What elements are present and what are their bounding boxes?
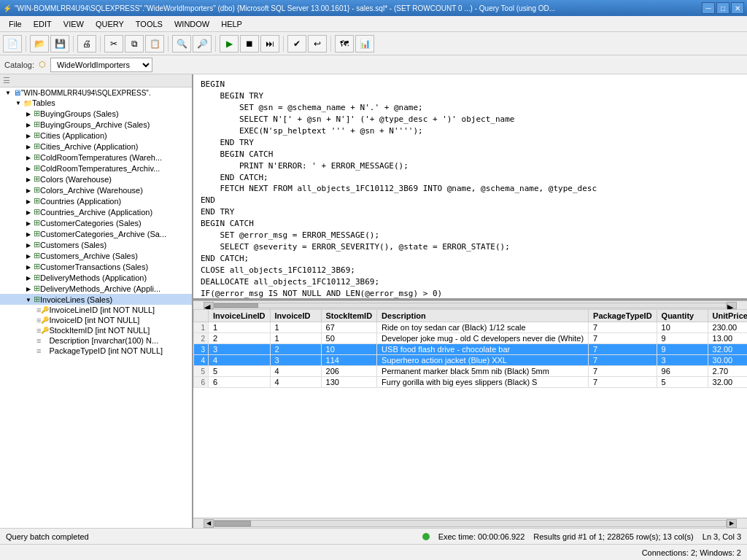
- menu-tools[interactable]: TOOLS: [130, 18, 169, 30]
- tree-item-arrow[interactable]: [23, 274, 34, 281]
- scroll-right-btn[interactable]: ▶: [727, 302, 737, 309]
- list-item[interactable]: ≡ PackageTypeID [int NOT NULL]: [0, 346, 192, 356]
- stop-button[interactable]: ⏹: [240, 35, 259, 52]
- table-cell[interactable]: 206: [321, 366, 377, 377]
- tree-tables-folder[interactable]: 📁 Tables: [0, 98, 192, 108]
- table-row[interactable]: 664130Furry gorilla with big eyes slippe…: [194, 377, 748, 388]
- table-cell[interactable]: 3: [657, 355, 708, 366]
- tree-item-arrow[interactable]: [23, 154, 34, 161]
- table-cell[interactable]: 7: [589, 322, 657, 333]
- table-row[interactable]: 22150Developer joke mug - old C develope…: [194, 333, 748, 344]
- list-item[interactable]: ⊞ Countries_Archive (Application): [0, 206, 192, 217]
- table-cell[interactable]: Furry gorilla with big eyes slippers (Bl…: [377, 377, 589, 388]
- list-item[interactable]: ⊞ CustomerCategories_Archive (Sa...: [0, 228, 192, 239]
- results-hscroll[interactable]: ◀ ▶: [193, 518, 747, 528]
- execute-button[interactable]: ▶: [220, 35, 239, 52]
- save-button[interactable]: 💾: [50, 35, 69, 52]
- col-header-quantity[interactable]: Quantity: [657, 310, 708, 322]
- col-header-description[interactable]: Description: [377, 310, 589, 322]
- tree-invoicelines-item[interactable]: ⊞ InvoiceLines (Sales): [0, 294, 192, 305]
- list-item[interactable]: ⊞ BuyingGroups (Sales): [0, 108, 192, 119]
- table-cell[interactable]: 7: [589, 377, 657, 388]
- table-cell[interactable]: Superhero action jacket (Blue) XXL: [377, 355, 589, 366]
- list-item[interactable]: ⊞ BuyingGroups_Archive (Sales): [0, 119, 192, 130]
- open-button[interactable]: 📂: [30, 35, 49, 52]
- table-cell[interactable]: 5: [657, 377, 708, 388]
- menu-view[interactable]: VIEW: [58, 18, 90, 30]
- list-item[interactable]: ⊞ Colors_Archive (Warehouse): [0, 184, 192, 195]
- find-button[interactable]: 🔍: [172, 35, 191, 52]
- table-cell[interactable]: 7: [589, 333, 657, 344]
- print-button[interactable]: 🖨: [77, 35, 96, 52]
- tree-item-arrow[interactable]: [23, 230, 34, 238]
- tree-item-arrow[interactable]: [23, 143, 34, 150]
- commit-button[interactable]: ✔: [287, 35, 306, 52]
- menu-query[interactable]: QUERY: [90, 18, 130, 30]
- tree-item-arrow[interactable]: [23, 198, 34, 205]
- menu-window[interactable]: WINDOW: [169, 18, 215, 30]
- close-button[interactable]: ✕: [731, 2, 744, 14]
- minimize-button[interactable]: ─: [702, 2, 715, 14]
- tree-item-arrow[interactable]: [23, 241, 34, 249]
- table-cell[interactable]: 2: [270, 344, 321, 355]
- restore-button[interactable]: □: [716, 2, 729, 14]
- table-cell[interactable]: 9: [657, 333, 708, 344]
- tree-item-arrow[interactable]: [23, 121, 34, 128]
- table-cell[interactable]: 50: [321, 333, 377, 344]
- col-header-packagetypeid[interactable]: PackageTypeID: [589, 310, 657, 322]
- table-cell[interactable]: 7: [589, 366, 657, 377]
- table-cell[interactable]: 13.00: [708, 333, 747, 344]
- list-item[interactable]: ⊞ DeliveryMethods (Application): [0, 272, 192, 283]
- table-cell[interactable]: 10: [657, 322, 708, 333]
- editor-hscroll-thumb[interactable]: [214, 303, 258, 308]
- table-cell[interactable]: Ride on toy sedan car (Black) 1/12 scale: [377, 322, 589, 333]
- table-cell[interactable]: 67: [321, 322, 377, 333]
- tree-item-arrow[interactable]: [23, 176, 34, 183]
- list-item[interactable]: ⊞ ColdRoomTemperatures_Archiv...: [0, 163, 192, 174]
- editor-hscroll[interactable]: ◀ ▶: [193, 300, 747, 309]
- find-replace-button[interactable]: 🔎: [193, 35, 212, 52]
- col-header-invoiceid[interactable]: InvoiceID: [270, 310, 321, 322]
- editor-hscroll-track[interactable]: [214, 303, 727, 308]
- analyze-button[interactable]: 📊: [355, 35, 374, 52]
- table-row[interactable]: 33210USB food flash drive - chocolate ba…: [194, 344, 748, 355]
- results-hscroll-thumb[interactable]: [214, 521, 251, 526]
- table-cell[interactable]: 114: [321, 355, 377, 366]
- sql-editor[interactable]: BEGIN BEGIN TRY SET @sn = @schema_name +…: [193, 74, 747, 300]
- list-item[interactable]: ⊞ CustomerTransactions (Sales): [0, 261, 192, 272]
- table-cell[interactable]: 230.00: [708, 322, 747, 333]
- scroll-left-btn2[interactable]: ◀: [204, 519, 214, 528]
- list-item[interactable]: ⊞ Countries (Application): [0, 195, 192, 206]
- tree-item-arrow[interactable]: [23, 110, 34, 117]
- list-item[interactable]: ≡ 🔑 InvoiceLineID [int NOT NULL]: [0, 305, 192, 315]
- table-cell[interactable]: Developer joke mug - old C developers ne…: [377, 333, 589, 344]
- table-cell[interactable]: 3: [209, 344, 271, 355]
- new-button[interactable]: 📄: [3, 35, 22, 52]
- table-cell[interactable]: USB food flash drive - chocolate bar: [377, 344, 589, 355]
- table-cell[interactable]: 3: [270, 355, 321, 366]
- table-cell[interactable]: 6: [209, 377, 271, 388]
- rollback-button[interactable]: ↩: [308, 35, 327, 52]
- list-item[interactable]: ⊞ Colors (Warehouse): [0, 174, 192, 184]
- table-cell[interactable]: 96: [657, 366, 708, 377]
- paste-button[interactable]: 📋: [145, 35, 164, 52]
- table-cell[interactable]: 32.00: [708, 344, 747, 355]
- table-row[interactable]: 11167Ride on toy sedan car (Black) 1/12 …: [194, 322, 748, 333]
- tree-server-arrow[interactable]: [3, 89, 13, 96]
- results-table-container[interactable]: InvoiceLineID InvoiceID StockItemID Desc…: [193, 309, 747, 518]
- tree-container[interactable]: 🖥 "WIN-BOMMLRR4U94\SQLEXPRESS". 📁 Tables…: [0, 88, 192, 528]
- table-cell[interactable]: 5: [209, 366, 271, 377]
- tree-item-arrow[interactable]: [23, 263, 34, 271]
- list-item[interactable]: ⊞ Customers_Archive (Sales): [0, 250, 192, 261]
- scroll-right-btn2[interactable]: ▶: [727, 519, 737, 528]
- list-item[interactable]: ≡ 🔑 InvoiceID [int NOT NULL]: [0, 315, 192, 325]
- tree-item-arrow[interactable]: [23, 219, 34, 227]
- table-row[interactable]: 554206Permanent marker black 5mm nib (Bl…: [194, 366, 748, 377]
- table-cell[interactable]: 1: [209, 322, 271, 333]
- list-item[interactable]: ⊞ Cities (Application): [0, 130, 192, 141]
- tree-item-arrow[interactable]: [23, 132, 34, 139]
- list-item[interactable]: ⊞ CustomerCategories (Sales): [0, 217, 192, 228]
- table-cell[interactable]: 1: [270, 333, 321, 344]
- tree-item-arrow[interactable]: [23, 165, 34, 172]
- menu-help[interactable]: HELP: [215, 18, 248, 30]
